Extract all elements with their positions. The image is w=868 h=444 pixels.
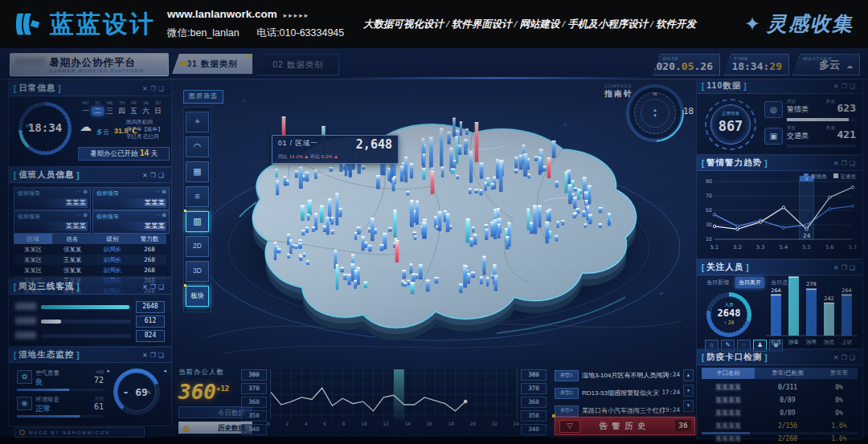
weekday: FR五 (128, 100, 140, 116)
flow-value: 612 (136, 316, 165, 328)
table-header: 卡口名称异常/已检测异常率 (702, 368, 858, 379)
alert-item[interactable]: 类型2RD13-53烟感报警疑似火灾17:24 (555, 385, 680, 403)
window-controls[interactable]: ✕❐❏ (142, 352, 166, 359)
panel-title: 值班人员信息 (18, 169, 74, 181)
alert-list: 类型1湿地3-104片区有不明人员闯入19:24 类型2RD13-53烟感报警疑… (555, 368, 680, 421)
expand-icon: ❏ (850, 160, 858, 167)
svg-text:242: 242 (824, 295, 833, 302)
window-controls[interactable]: ✕❐❏ (833, 264, 858, 271)
duty-leader-card[interactable]: 值班领导⋯ ⊗某某某 (14, 187, 91, 210)
flow-bar-row: 612 (15, 316, 165, 327)
svg-text:上访: 上访 (841, 339, 853, 345)
panel-wetland-eco: [湿地生态监控]·········✕❐❏ ✿ 空气质量 良 AQI 72 ◉ 环… (8, 347, 172, 426)
layer-list-button[interactable]: ≡ (186, 186, 209, 207)
alert-time: 19:24 (661, 371, 680, 378)
duty-leader-card[interactable]: 值班领导⋯ ⊗某某某 (92, 210, 170, 234)
layer-location-button[interactable]: ⌖ (186, 112, 209, 132)
dot-icon (19, 430, 25, 435)
duty-leader-card[interactable]: 值班领导⋯ ⊗某某某 (92, 187, 170, 210)
duty-leader-card[interactable]: 值班领导⋯ ⊗某某某 (14, 210, 91, 234)
platform-title-plate: 暑期办公协作平台 SUMMER WORKING PLATFORM (10, 53, 169, 76)
more-icon: ⋯ ⊗ (154, 189, 166, 195)
layer-3d-button[interactable]: 3D (186, 261, 209, 282)
corner-dot (657, 56, 660, 59)
office-count-label: 当前办公人数 (178, 368, 248, 377)
clock-time: 18:34 (18, 121, 72, 134)
panel-focus-personnel: [关注人员]·········✕❐❏ 当日新增 当日离开 当日进入 人员 264… (696, 259, 863, 349)
window-controls[interactable]: ✕❐❏ (833, 354, 858, 361)
platform-subtitle: SUMMER WORKING PLATFORM (49, 68, 144, 73)
window-controls[interactable]: ✕❐❏ (142, 283, 166, 291)
focus-bar-chart: 264在逃311涉毒279涉黑242涉恐264上访 (764, 275, 859, 347)
chart-legend: 警情类 交通类 (804, 173, 856, 181)
gauge-left-arrow: ▸ (107, 368, 110, 374)
tab-data-category-2[interactable]: 02 数据类别 (257, 54, 339, 75)
layer-grid-button[interactable]: ▦ (186, 161, 209, 182)
office-delta: +12 (216, 385, 229, 393)
legend-swatch (833, 173, 838, 178)
alert-item[interactable]: 类型1湿地3-104片区有不明人员闯入19:24 (555, 368, 680, 385)
close-icon: ✕ (142, 283, 150, 291)
list-icon: ≡ (194, 191, 199, 201)
layer-2d-button[interactable]: 2D (186, 236, 209, 257)
date-value: 2020.05.26 (650, 60, 713, 72)
week-row: MO一 TU二 WE三 TH四 FR五 SA六 SU日 (80, 100, 165, 116)
alarm-total-gauge: 总警情量 867 (705, 99, 756, 150)
scrollbar[interactable] (702, 432, 858, 434)
tab-new-today[interactable]: 当日新增 (703, 277, 732, 288)
weekday: TH四 (116, 100, 128, 116)
restore-icon: ❐ (841, 160, 850, 167)
tooltip-ratios: 同比 14.1% ▲ 环比 6.2% ▲ (278, 153, 338, 161)
checkpoint-row: 某某某某0/3110% (702, 382, 858, 393)
tab-left-today[interactable]: 当日离开 (735, 277, 764, 288)
svg-text:311: 311 (788, 275, 798, 275)
tooltip-pointer (289, 163, 289, 184)
gauge-right-arrow: ◂ (163, 368, 166, 374)
scroll-up-icon[interactable]: ▲ (683, 369, 694, 381)
panel-title: 周边三线客流 (18, 281, 74, 292)
scroll-down-icon[interactable]: ▼ (683, 400, 694, 412)
svg-text:5.6: 5.6 (825, 244, 833, 251)
collect-label: 灵感收集 (767, 10, 854, 37)
tab-data-category-1[interactable]: 01 数据类别 (172, 54, 252, 74)
lunar-calendar: 闰四月初四庚子年【鼠年】辛巳月 己巳日 (126, 118, 163, 140)
weather-display: WEATHER 多云 ☁ (792, 54, 860, 75)
brand-services: 大数据可视化设计 / 软件界面设计 / 网站建设 / 手机及小程序设计 / 软件… (363, 18, 717, 31)
dashboard-screenshot: 蓝蓝设计 www.lanlanwork.com▸▸▸▸▸ 微信:ben_lanl… (0, 0, 868, 444)
layer-chart-button[interactable]: ▥ (186, 211, 209, 232)
inspiration-collect[interactable]: ✦ 灵感收集 (744, 10, 854, 37)
tab-marker-icon (180, 61, 188, 66)
layer-block-button[interactable]: 板块 (186, 286, 209, 307)
arrows-decoration: ▸▸▸▸▸ (284, 11, 310, 19)
map-tooltip: 01 / 区域一 2,648 同比 14.1% ▲ 环比 6.2% ▲ (272, 135, 399, 164)
blurred-label (15, 317, 36, 324)
window-controls[interactable]: ✕❐❏ (142, 172, 166, 179)
expand-icon: ❏ (850, 354, 858, 361)
scroll-dot-icon[interactable]: ● (683, 385, 694, 397)
summer-notice: 暑期办公已开始 14 天 (78, 147, 170, 161)
credit-footer: MADE BY NEHOMMICON (14, 427, 145, 438)
blurred-logo (15, 58, 46, 67)
alert-tag: 类型4 (555, 405, 579, 417)
svg-text:70: 70 (706, 193, 712, 199)
weather-condition: 多云 (96, 128, 109, 136)
window-controls[interactable]: ✕❐❏ (142, 85, 166, 92)
window-controls[interactable]: ✕❐❏ (833, 160, 858, 167)
alarm-history-label: 告警历史 (555, 421, 694, 432)
brand-website[interactable]: www.lanlanwork.com (167, 8, 277, 20)
city-3d-map[interactable] (191, 72, 686, 361)
brand-contact: www.lanlanwork.com▸▸▸▸▸ 微信:ben_lanlan 电话… (167, 6, 358, 40)
layer-filter-title: 图层筛选 (183, 90, 223, 104)
layer-signal-button[interactable]: ◠ (186, 136, 209, 157)
svg-text:涉黑: 涉黑 (805, 339, 817, 345)
window-controls[interactable]: ✕❐❏ (833, 83, 858, 90)
grid-icon: ▦ (193, 166, 201, 176)
alarm-history-button[interactable]: ▽ 告警历史 36 (555, 417, 695, 435)
more-icon: ⋯ ⊗ (76, 189, 88, 195)
checkpoint-row-warning: 某某某某2/2681.6% (702, 434, 858, 444)
panel-title: 警情警力趋势 (706, 157, 762, 169)
svg-text:涉毒: 涉毒 (788, 339, 800, 345)
siren-icon: ◎ (764, 101, 783, 118)
close-icon: ✕ (833, 354, 841, 361)
brand-logo-text: 蓝蓝设计 (50, 8, 156, 41)
